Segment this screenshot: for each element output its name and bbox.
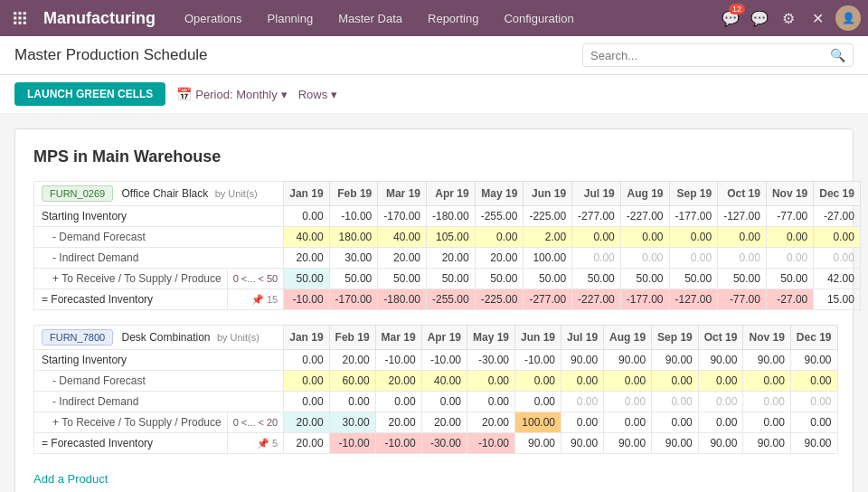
p1-forecasted-inventory-row: = Forecasted Inventory 📌 15 -10.00 -170.… bbox=[34, 289, 861, 310]
p1-tr-sep[interactable]: 50.00 bbox=[669, 269, 718, 289]
p1-fi-apr: -255.00 bbox=[426, 289, 475, 310]
product1-id[interactable]: FURN_0269 bbox=[42, 185, 113, 202]
nav-configuration[interactable]: Configuration bbox=[493, 8, 584, 29]
p2-tr-jul[interactable]: 0.00 bbox=[561, 412, 604, 433]
p1-df-jun[interactable]: 2.00 bbox=[524, 227, 572, 248]
p2-si-jul: 90.00 bbox=[561, 350, 604, 371]
p1-df-oct[interactable]: 0.00 bbox=[718, 227, 767, 248]
p1-fi-nov: -27.00 bbox=[766, 289, 813, 310]
p1-df-dec[interactable]: 0.00 bbox=[814, 227, 861, 248]
p2-id-jun: 0.00 bbox=[515, 392, 561, 412]
p2-id-mar: 0.00 bbox=[375, 392, 421, 412]
p2-df-mar[interactable]: 20.00 bbox=[375, 371, 421, 392]
p1-df-jul[interactable]: 0.00 bbox=[572, 227, 621, 248]
p1-tr-jul[interactable]: 50.00 bbox=[572, 269, 621, 289]
nav-reporting[interactable]: Reporting bbox=[417, 8, 489, 29]
nav-master-data[interactable]: Master Data bbox=[327, 8, 413, 29]
p1-pin: 📌 15 bbox=[227, 289, 284, 310]
p1-id-sep: 0.00 bbox=[669, 248, 718, 269]
p2-df-sep[interactable]: 0.00 bbox=[652, 371, 699, 392]
p2-tr-jun[interactable]: 100.00 bbox=[515, 412, 561, 433]
p1-df-may[interactable]: 0.00 bbox=[475, 227, 524, 248]
p1-id-nov: 0.00 bbox=[766, 248, 813, 269]
p2-tr-aug[interactable]: 0.00 bbox=[604, 412, 652, 433]
p2-df-jan[interactable]: 0.00 bbox=[284, 371, 329, 392]
page-title: Master Production Schedule bbox=[14, 46, 208, 64]
p1-tr-apr[interactable]: 50.00 bbox=[426, 269, 475, 289]
apps-menu-button[interactable] bbox=[7, 5, 33, 31]
p2-si-label: Starting Inventory bbox=[34, 350, 284, 371]
p2-fi-dec: 90.00 bbox=[790, 433, 837, 454]
p1-tr-dec[interactable]: 42.00 bbox=[814, 269, 861, 289]
p2-df-apr[interactable]: 40.00 bbox=[421, 371, 467, 392]
nav-operations[interactable]: Operations bbox=[174, 8, 253, 29]
p1-df-nov[interactable]: 0.00 bbox=[766, 227, 813, 248]
p1-tr-nov[interactable]: 50.00 bbox=[766, 269, 813, 289]
p1-df-jan[interactable]: 40.00 bbox=[284, 227, 329, 248]
p2-pin: 📌 5 bbox=[227, 433, 284, 454]
p2-fi-oct: 90.00 bbox=[698, 433, 743, 454]
col-dec-p1: Dec 19 bbox=[814, 182, 861, 206]
p2-tr-dec[interactable]: 0.00 bbox=[790, 412, 837, 433]
add-product-button[interactable]: Add a Product bbox=[33, 465, 108, 492]
col-sep-p1: Sep 19 bbox=[669, 182, 718, 206]
p2-tr-label: + To Receive / To Supply / Produce bbox=[34, 412, 228, 433]
p2-id-jan: 0.00 bbox=[284, 392, 329, 412]
launch-green-cells-button[interactable]: LAUNCH GREEN CELLS bbox=[14, 82, 165, 106]
p2-demand-forecast-row: - Demand Forecast 0.00 60.00 20.00 40.00… bbox=[34, 371, 838, 392]
p1-tr-jun[interactable]: 50.00 bbox=[524, 269, 572, 289]
p2-df-aug[interactable]: 0.00 bbox=[604, 371, 652, 392]
p2-df-oct[interactable]: 0.00 bbox=[698, 371, 743, 392]
p2-df-jul[interactable]: 0.00 bbox=[561, 371, 604, 392]
p1-tr-jan[interactable]: 50.00 bbox=[284, 269, 329, 289]
p2-fi-may: -10.00 bbox=[467, 433, 514, 454]
p1-df-label: - Demand Forecast bbox=[34, 227, 284, 248]
p1-id-apr: 20.00 bbox=[426, 248, 475, 269]
p2-df-nov[interactable]: 0.00 bbox=[743, 371, 790, 392]
search-box[interactable]: 🔍 bbox=[582, 43, 854, 67]
avatar[interactable]: 👤 bbox=[835, 5, 861, 31]
p1-fi-jan: -10.00 bbox=[284, 289, 329, 310]
p2-df-may[interactable]: 0.00 bbox=[467, 371, 514, 392]
p2-df-dec[interactable]: 0.00 bbox=[790, 371, 837, 392]
nav-planning[interactable]: Planning bbox=[257, 8, 325, 29]
p2-fi-aug: 90.00 bbox=[604, 433, 652, 454]
p1-df-feb[interactable]: 180.00 bbox=[329, 227, 378, 248]
notification-button[interactable]: 💬 12 bbox=[720, 7, 741, 29]
rows-selector[interactable]: Rows ▾ bbox=[298, 88, 337, 101]
p1-df-aug[interactable]: 0.00 bbox=[620, 227, 669, 248]
close-button[interactable]: ✕ bbox=[807, 7, 828, 29]
p1-tr-may[interactable]: 50.00 bbox=[475, 269, 524, 289]
settings-button[interactable]: ⚙ bbox=[778, 7, 799, 29]
search-icon: 🔍 bbox=[830, 48, 845, 62]
p2-id-dec: 0.00 bbox=[790, 392, 837, 412]
p2-tr-may[interactable]: 20.00 bbox=[467, 412, 514, 433]
product2-id[interactable]: FURN_7800 bbox=[42, 329, 113, 345]
p2-tr-feb[interactable]: 30.00 bbox=[329, 412, 375, 433]
p1-df-apr[interactable]: 105.00 bbox=[426, 227, 475, 248]
p2-tr-jan[interactable]: 20.00 bbox=[284, 412, 329, 433]
p2-tr-apr[interactable]: 20.00 bbox=[421, 412, 467, 433]
p1-tr-oct[interactable]: 50.00 bbox=[718, 269, 767, 289]
p2-tr-oct[interactable]: 0.00 bbox=[698, 412, 743, 433]
p2-df-jun[interactable]: 0.00 bbox=[515, 371, 561, 392]
p2-tr-mar[interactable]: 20.00 bbox=[375, 412, 421, 433]
search-input[interactable] bbox=[590, 49, 830, 62]
col-jan-p2: Jan 19 bbox=[284, 326, 329, 350]
p2-df-feb[interactable]: 60.00 bbox=[329, 371, 375, 392]
chat-button[interactable]: 💬 bbox=[749, 7, 770, 29]
col-sep-p2: Sep 19 bbox=[652, 326, 699, 350]
p1-fi-feb: -170.00 bbox=[329, 289, 378, 310]
p2-fi-mar: -10.00 bbox=[375, 433, 421, 454]
p1-tr-aug[interactable]: 50.00 bbox=[620, 269, 669, 289]
period-selector[interactable]: 📅 Period: Monthly ▾ bbox=[176, 87, 287, 101]
p1-df-sep[interactable]: 0.00 bbox=[669, 227, 718, 248]
p1-df-mar[interactable]: 40.00 bbox=[378, 227, 427, 248]
p2-tr-sep[interactable]: 0.00 bbox=[652, 412, 699, 433]
p1-tr-mar[interactable]: 50.00 bbox=[378, 269, 427, 289]
p2-fi-label: = Forecasted Inventory bbox=[34, 433, 228, 454]
p1-tr-feb[interactable]: 50.00 bbox=[329, 269, 378, 289]
product2-header-row: FURN_7800 Desk Combination by Unit(s) Ja… bbox=[34, 326, 838, 350]
p2-to-receive-row: + To Receive / To Supply / Produce 0 <..… bbox=[34, 412, 838, 433]
p2-tr-nov[interactable]: 0.00 bbox=[743, 412, 790, 433]
